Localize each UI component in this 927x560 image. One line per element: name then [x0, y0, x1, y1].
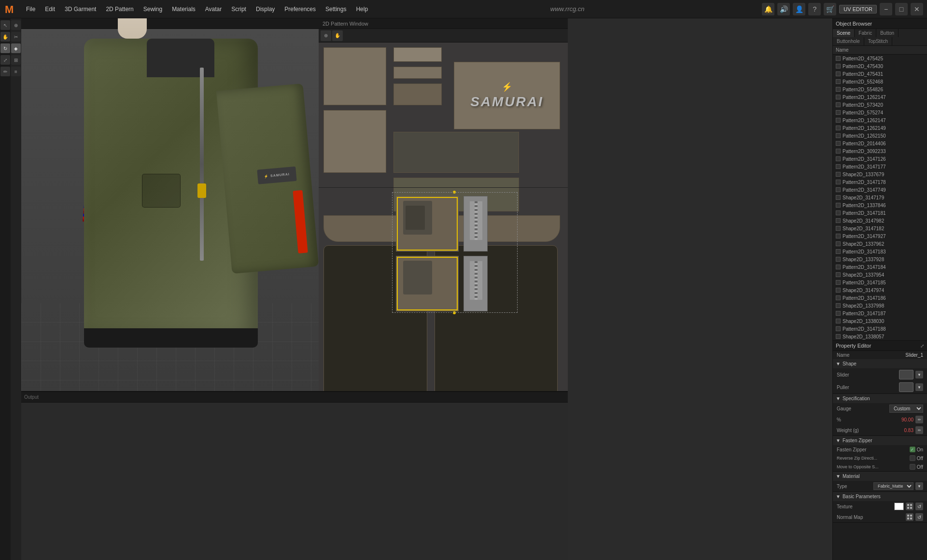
- list-item[interactable]: Pattern2D_3147178: [833, 178, 927, 186]
- list-item[interactable]: Pattern2D_3147181: [833, 209, 927, 217]
- item-checkbox[interactable]: [836, 241, 841, 246]
- tool-select[interactable]: ↖: [0, 20, 10, 30]
- basic-params-header[interactable]: ▼ Basic Parameters: [833, 492, 927, 501]
- menu-2dpattern[interactable]: 2D Pattern: [101, 4, 138, 14]
- normal-map-grid-btn[interactable]: [906, 513, 913, 521]
- maximize-btn[interactable]: □: [895, 3, 908, 15]
- texture-swatch[interactable]: [894, 503, 904, 510]
- item-checkbox[interactable]: [836, 326, 841, 331]
- list-item[interactable]: Pattern2D_475431: [833, 70, 927, 78]
- item-checkbox[interactable]: [836, 280, 841, 285]
- item-checkbox[interactable]: [836, 149, 841, 154]
- pattern-pieces-area[interactable]: ⚡ SAMURAI: [319, 42, 568, 400]
- material-section-header[interactable]: ▼ Material: [833, 472, 927, 481]
- prop-expand-btn[interactable]: ⤢: [920, 343, 924, 349]
- material-type-expand[interactable]: ▼: [915, 482, 923, 490]
- item-checkbox[interactable]: [836, 110, 841, 115]
- item-checkbox[interactable]: [836, 288, 841, 293]
- list-item[interactable]: Shape2D_3147182: [833, 224, 927, 232]
- list-item[interactable]: Pattern2D_573420: [833, 101, 927, 109]
- list-item[interactable]: Pattern2D_475430: [833, 62, 927, 70]
- fasten-zipper-header[interactable]: ▼ Fasten Zipper: [833, 436, 927, 445]
- menu-3dgarment[interactable]: 3D Garment: [60, 4, 101, 14]
- list-item[interactable]: Shape2D_3147982: [833, 217, 927, 224]
- move-opposite-toggle[interactable]: Off: [910, 464, 923, 470]
- fasten-zipper-toggle[interactable]: ✓ On: [910, 447, 923, 452]
- list-item[interactable]: Shape2D_1338057: [833, 333, 927, 340]
- item-checkbox[interactable]: [836, 133, 841, 138]
- puller-dropdown-btn[interactable]: ▼: [915, 383, 923, 391]
- help-icon[interactable]: ?: [808, 3, 821, 15]
- menu-display[interactable]: Display: [251, 4, 280, 14]
- list-item[interactable]: Shape2D_1337998: [833, 302, 927, 309]
- list-item[interactable]: Shape2D_3147974: [833, 286, 927, 294]
- reverse-zip-toggle[interactable]: Off: [910, 455, 923, 461]
- list-item[interactable]: Pattern2D_3147927: [833, 232, 927, 240]
- item-checkbox[interactable]: [836, 118, 841, 123]
- item-checkbox[interactable]: [836, 102, 841, 107]
- list-item[interactable]: Pattern2D_575274: [833, 109, 927, 116]
- menu-avatar[interactable]: Avatar: [200, 4, 226, 14]
- list-item[interactable]: Pattern2D_3147749: [833, 186, 927, 194]
- tab-button[interactable]: Button: [876, 29, 899, 37]
- item-checkbox[interactable]: [836, 303, 841, 308]
- menu-preferences[interactable]: Preferences: [280, 4, 321, 14]
- list-item[interactable]: Pattern2D_3147185: [833, 279, 927, 286]
- item-checkbox[interactable]: [836, 95, 841, 99]
- speaker-icon[interactable]: 🔊: [777, 3, 790, 15]
- item-checkbox[interactable]: [836, 71, 841, 76]
- pattern-pan-icon[interactable]: ✋: [332, 30, 343, 41]
- tool-6[interactable]: ≡: [11, 67, 21, 76]
- percent-edit-btn[interactable]: ✏: [915, 416, 923, 423]
- item-checkbox[interactable]: [836, 87, 841, 92]
- list-item[interactable]: Pattern2D_554826: [833, 85, 927, 93]
- list-item[interactable]: Pattern2D_3147126: [833, 155, 927, 163]
- list-item[interactable]: Pattern2D_1262149: [833, 124, 927, 132]
- item-checkbox[interactable]: [836, 210, 841, 215]
- item-checkbox[interactable]: [836, 226, 841, 231]
- item-checkbox[interactable]: [836, 203, 841, 208]
- list-item[interactable]: Pattern2D_552468: [833, 78, 927, 85]
- list-item[interactable]: Pattern2D_1262150: [833, 132, 927, 140]
- item-checkbox[interactable]: [836, 187, 841, 192]
- list-item[interactable]: Pattern2D_1262147: [833, 93, 927, 101]
- list-item[interactable]: Pattern2D_1262147: [833, 116, 927, 124]
- list-item[interactable]: Pattern2D_3147188: [833, 325, 927, 333]
- item-checkbox[interactable]: [836, 141, 841, 146]
- tab-buttonhole[interactable]: Buttonhole: [833, 37, 864, 45]
- store-icon[interactable]: 🛒: [824, 3, 836, 15]
- specification-section-header[interactable]: ▼ Specification: [833, 394, 927, 403]
- list-item[interactable]: Pattern2D_3147186: [833, 294, 927, 302]
- item-checkbox[interactable]: [836, 272, 841, 277]
- item-checkbox[interactable]: [836, 64, 841, 69]
- fasten-checkbox[interactable]: ✓: [910, 447, 915, 452]
- list-item[interactable]: Pattern2D_3147187: [833, 309, 927, 317]
- item-checkbox[interactable]: [836, 180, 841, 184]
- 3d-scene[interactable]: ⚡ SAMURAI: [21, 29, 319, 400]
- list-item[interactable]: Pattern2D_475425: [833, 55, 927, 62]
- shape-section-header[interactable]: ▼ Shape: [833, 359, 927, 368]
- texture-grid-btn[interactable]: [906, 503, 913, 510]
- item-checkbox[interactable]: [836, 319, 841, 323]
- list-item[interactable]: Shape2D_3147179: [833, 194, 927, 201]
- tool-rotate[interactable]: ↻: [0, 43, 10, 53]
- list-item[interactable]: Shape2D_1337679: [833, 170, 927, 178]
- list-item[interactable]: Pattern2D_2014406: [833, 140, 927, 147]
- weight-edit-btn[interactable]: ✏: [915, 426, 923, 434]
- tool-draw[interactable]: ✏: [0, 67, 10, 76]
- material-type-dropdown[interactable]: Fabric_Matte: [873, 482, 913, 490]
- tool-4[interactable]: ◈: [11, 43, 21, 53]
- item-checkbox[interactable]: [836, 334, 841, 339]
- item-checkbox[interactable]: [836, 172, 841, 177]
- item-checkbox[interactable]: [836, 311, 841, 316]
- menu-help[interactable]: Help: [351, 4, 373, 14]
- pattern-zoom-icon[interactable]: ⊕: [321, 30, 331, 41]
- menu-file[interactable]: File: [21, 4, 40, 14]
- item-checkbox[interactable]: [836, 218, 841, 223]
- menu-settings[interactable]: Settings: [321, 4, 351, 14]
- list-item[interactable]: Shape2D_1337954: [833, 271, 927, 279]
- tab-fabric[interactable]: Fabric: [855, 29, 876, 37]
- menu-script[interactable]: Script: [226, 4, 251, 14]
- list-item[interactable]: Pattern2D_3147177: [833, 163, 927, 170]
- item-checkbox[interactable]: [836, 195, 841, 200]
